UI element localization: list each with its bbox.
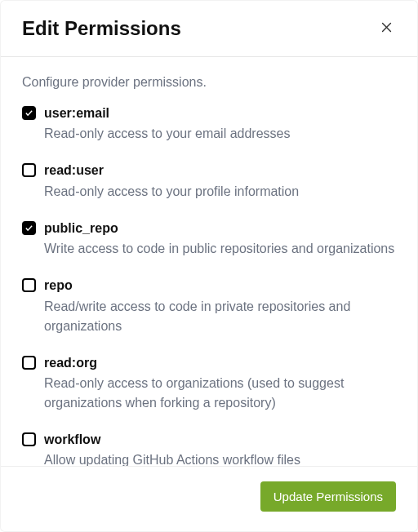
permission-item: repoRead/write access to code in private… [22,277,396,335]
permission-description: Allow updating GitHub Actions workflow f… [44,450,396,466]
permission-item: user:emailRead-only access to your email… [22,104,396,144]
permission-text: repoRead/write access to code in private… [44,277,396,335]
close-button[interactable] [375,17,398,40]
permission-checkbox[interactable] [22,163,36,177]
permission-label: public_repo [44,219,396,237]
dialog-description: Configure provider permissions. [22,75,396,90]
dialog-footer: Update Permissions [1,466,417,531]
permission-item: read:orgRead-only access to organization… [22,354,396,413]
permission-item: workflowAllow updating GitHub Actions wo… [22,431,396,466]
permission-text: user:emailRead-only access to your email… [44,104,396,144]
permission-text: read:userRead-only access to your profil… [44,162,396,201]
permission-label: user:email [44,104,396,122]
permission-item: read:userRead-only access to your profil… [22,162,396,201]
permission-checkbox[interactable] [22,106,36,120]
permission-description: Read-only access to your profile informa… [44,182,396,202]
permission-checkbox[interactable] [22,278,36,292]
permission-description: Read-only access to organizations (used … [44,374,396,413]
dialog-title: Edit Permissions [22,17,181,40]
permission-checkbox[interactable] [22,356,36,370]
update-permissions-button[interactable]: Update Permissions [260,481,396,512]
permission-text: workflowAllow updating GitHub Actions wo… [44,431,396,466]
permission-label: workflow [44,431,396,449]
permissions-list: user:emailRead-only access to your email… [22,104,396,466]
dialog-body: Configure provider permissions. user:ema… [1,57,417,466]
permission-description: Read/write access to code in private rep… [44,297,396,336]
permission-checkbox[interactable] [22,221,36,235]
dialog-header: Edit Permissions [1,1,417,57]
permission-checkbox[interactable] [22,432,36,446]
permission-text: read:orgRead-only access to organization… [44,354,396,413]
permission-label: read:org [44,354,396,372]
close-icon [380,20,394,37]
permission-label: repo [44,277,396,295]
permission-label: read:user [44,162,396,180]
permission-item: public_repoWrite access to code in publi… [22,219,396,259]
edit-permissions-dialog: Edit Permissions Configure provider perm… [0,0,418,532]
permission-description: Write access to code in public repositor… [44,239,396,259]
permission-description: Read-only access to your email addresses [44,124,396,144]
permission-text: public_repoWrite access to code in publi… [44,219,396,259]
